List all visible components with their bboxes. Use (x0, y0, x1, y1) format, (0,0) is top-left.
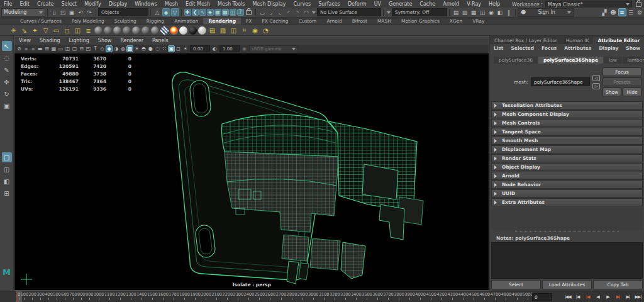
step-forward-key-button[interactable]: ▶| (613, 293, 623, 301)
hide-button[interactable]: Hide (623, 87, 641, 96)
attribute-section-header[interactable]: Render Stats (491, 154, 643, 162)
shelf-tab[interactable]: Rendering (203, 18, 241, 25)
menu-item[interactable]: V-Ray (463, 1, 485, 7)
input-connections-icon[interactable]: ◁ (592, 75, 600, 81)
go-to-start-button[interactable]: |◀◀ (563, 293, 572, 301)
attribute-editor-menu-item[interactable]: Attributes (560, 45, 595, 51)
resolution-gate-icon[interactable]: ◫ (64, 45, 71, 52)
play-backwards-button[interactable]: ◀ (593, 293, 602, 301)
viewport-canvas[interactable]: Verts: 70731 3670 0 Edges: 120591 7420 0… (14, 53, 489, 290)
select-button[interactable]: Select (491, 280, 541, 289)
viewport-menu-item[interactable]: Show (94, 38, 116, 43)
lasso-tool-icon[interactable]: ◌ (2, 53, 12, 63)
notes-textarea[interactable] (491, 242, 643, 279)
snap-magnet-center-icon[interactable]: ◜ (285, 8, 293, 16)
directional-light-icon[interactable]: ⇘ (19, 26, 29, 35)
occlusion-icon[interactable]: ● (147, 45, 154, 52)
lambert-sphere-icon[interactable] (123, 26, 131, 35)
sidebar-panel-tab[interactable]: Channel Box / Layer Editor (490, 37, 562, 44)
node-tab[interactable]: low (604, 57, 622, 64)
shelf-tab[interactable]: Curves / Surfaces (15, 18, 67, 25)
film-gate-icon[interactable]: ▭ (57, 45, 64, 52)
attribute-section-header[interactable]: Object Display (491, 163, 643, 171)
black-material-sphere-icon[interactable] (189, 26, 197, 35)
node-tab[interactable]: polySurface36Shape (538, 57, 603, 64)
shelf-tab[interactable]: XGen (445, 18, 467, 25)
shelf-tab[interactable]: Rigging (142, 18, 169, 25)
attribute-editor-menu-item[interactable]: Show (622, 45, 644, 51)
anisotropic-sphere-icon[interactable] (104, 26, 112, 35)
render-sequence-icon[interactable]: ▦ (470, 8, 478, 16)
shelf-tab[interactable]: Animation (169, 18, 203, 25)
menu-item[interactable]: Mesh Tools (214, 1, 248, 7)
phong-sphere-icon[interactable] (132, 26, 140, 35)
pause-icon[interactable]: ∥ (505, 8, 513, 16)
shelf-tab[interactable]: VRay (467, 18, 489, 25)
step-back-frame-button[interactable]: |◀ (573, 293, 582, 301)
node-tab[interactable]: lambert7 (623, 57, 644, 64)
lock-camera-icon[interactable]: ▪ (23, 45, 30, 52)
move-tool-icon[interactable]: ✜ (2, 77, 12, 87)
select-camera-icon[interactable]: ⊘ (16, 45, 23, 52)
snap-to-grids-icon[interactable]: ✚ (184, 9, 191, 16)
menu-item[interactable]: Modify (80, 1, 105, 7)
snap-magnet-point-icon[interactable]: ◟ (276, 8, 284, 16)
select-object-icon[interactable]: ◈ (162, 8, 170, 16)
menu-item[interactable]: Edit Mesh (182, 1, 214, 7)
open-scene-icon[interactable]: ◰ (59, 8, 67, 16)
focus-button[interactable]: Focus (602, 67, 641, 76)
use-default-material-icon[interactable]: ◍ (119, 45, 126, 52)
chevron-down-icon[interactable] (312, 11, 316, 14)
motion-blur-icon[interactable]: ◌ (154, 45, 161, 52)
surface-shader-sphere-icon[interactable] (170, 26, 178, 35)
blinn-sphere-icon[interactable] (113, 26, 121, 35)
wireframe-on-shaded-icon[interactable]: ▩ (126, 45, 133, 52)
standard-surface-sphere-icon[interactable] (94, 26, 103, 35)
step-forward-frame-button[interactable]: ▶| (623, 293, 633, 301)
attribute-editor-menu-item[interactable]: List (490, 45, 507, 51)
menu-item[interactable]: Deform (344, 1, 370, 7)
menu-item[interactable]: Surfaces (314, 1, 344, 7)
mesh-name-field[interactable]: polySurface36Shape (531, 77, 590, 86)
clapboard-camera-icon[interactable]: ⌗ (240, 26, 249, 35)
attribute-section-header[interactable]: Displacement Map (491, 145, 643, 154)
gamma-field[interactable]: 1.00 (219, 45, 240, 52)
time-slider[interactable]: 0100200300400500600700800900100011001200… (0, 291, 644, 302)
xray-icon[interactable]: ◻ (175, 45, 182, 52)
attribute-section-header[interactable]: Mesh Component Display (491, 110, 643, 118)
color-management-icon[interactable]: ◉ (241, 45, 248, 52)
gray-material-sphere-icon[interactable] (198, 26, 206, 35)
attribute-section-header[interactable]: UUID (491, 189, 643, 198)
snap-to-projected-center-icon[interactable]: ◈ (207, 9, 214, 16)
viewport-menu-item[interactable]: Shading (35, 38, 65, 43)
sidebar-panel-tab[interactable]: Human IK (562, 37, 594, 44)
clapboard-plus-icon[interactable]: ◫ (229, 26, 238, 35)
humanik-icon[interactable]: ☻ (609, 8, 618, 16)
menu-item[interactable]: Arnold (439, 1, 463, 7)
copy-tab-button[interactable]: Copy Tab (593, 280, 643, 289)
view-transform-selector[interactable]: sRGB gamma (249, 45, 298, 52)
new-scene-icon[interactable]: ▯ (50, 8, 58, 16)
attribute-section-header[interactable]: Mesh Controls (491, 119, 643, 127)
attribute-section-header[interactable]: Extra Attributes (491, 198, 643, 206)
menu-item[interactable]: Generate (385, 1, 416, 7)
channel-box-icon[interactable]: ☰ (627, 8, 635, 16)
ibl-icon[interactable]: ≣ (84, 26, 93, 35)
symmetry-selector[interactable]: Symmetry: Off (392, 8, 447, 16)
scale-tool-icon[interactable]: ▣ (2, 101, 12, 111)
redo-icon[interactable]: ↷ (86, 8, 94, 16)
undo-icon[interactable]: ↶ (77, 8, 85, 16)
menu-item[interactable]: Help (485, 1, 504, 7)
snap-magnet-live-icon[interactable]: ◠ (303, 8, 311, 16)
shelf-tab[interactable]: Sculpting (109, 18, 142, 25)
ambient-light-icon[interactable]: ☀ (9, 26, 18, 35)
menu-item[interactable]: Mesh Display (248, 1, 289, 7)
menu-item[interactable]: Windows (131, 1, 161, 7)
layout-single-pane-icon[interactable]: □ (2, 152, 12, 162)
shelf-tab[interactable]: Bifrost (347, 18, 372, 25)
field-chart-icon[interactable]: ⊟ (78, 45, 85, 52)
shadows-icon[interactable]: ◓ (140, 45, 147, 52)
selection-mask-selector[interactable]: Objects (98, 8, 148, 16)
image-plane-icon[interactable]: ⊞ (43, 45, 50, 52)
toon-sphere-icon[interactable] (151, 26, 159, 35)
